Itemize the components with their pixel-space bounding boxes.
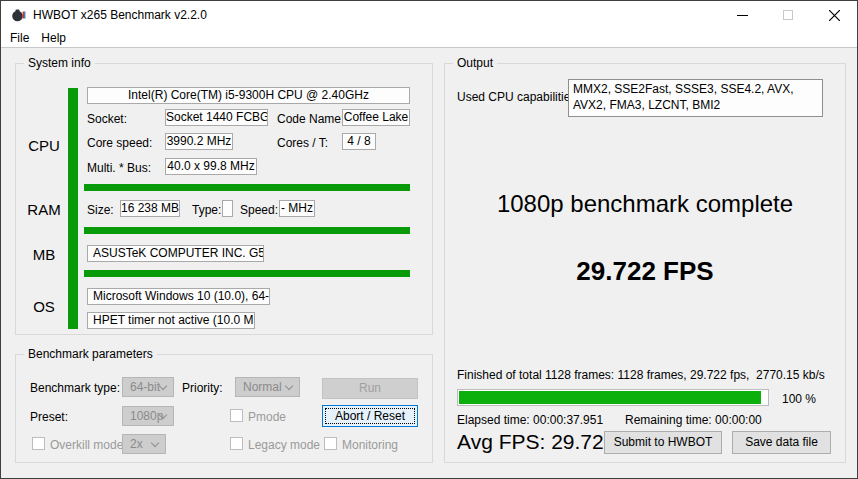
preset-value: 1080p bbox=[130, 409, 163, 423]
benchmark-status-text: 1080p benchmark complete bbox=[445, 190, 845, 218]
chevron-down-icon bbox=[285, 382, 293, 390]
menu-bar: File Help bbox=[1, 29, 857, 48]
ram-type-field bbox=[222, 200, 233, 217]
menu-file[interactable]: File bbox=[4, 31, 35, 45]
progress-percent-label: 100 % bbox=[782, 392, 816, 406]
preset-select[interactable]: 1080p bbox=[122, 406, 174, 426]
progress-bar-fill bbox=[459, 391, 761, 404]
benchmark-type-label: Benchmark type: bbox=[30, 381, 120, 395]
remaining-time-label: Remaining time: 00:00:00 bbox=[625, 413, 762, 427]
menu-help[interactable]: Help bbox=[35, 31, 72, 45]
ram-type-label: Type: bbox=[192, 203, 221, 217]
benchmark-fps-result: 29.722 FPS bbox=[445, 256, 845, 287]
close-icon bbox=[829, 10, 840, 21]
elapsed-time-label: Elapsed time: 00:00:37.951 bbox=[457, 413, 603, 427]
overkill-mode-label: Overkill mode bbox=[50, 438, 123, 452]
ram-speed-field: - MHz bbox=[279, 200, 315, 217]
progress-summary-text: Finished of total 1128 frames: 1128 fram… bbox=[457, 368, 825, 382]
abort-reset-button[interactable]: Abort / Reset bbox=[322, 405, 418, 427]
benchmark-type-value: 64-bit bbox=[130, 380, 160, 394]
progress-bar bbox=[457, 389, 769, 406]
benchmark-parameters-group: Benchmark parameters Benchmark type: 64-… bbox=[15, 354, 433, 463]
minimize-icon bbox=[737, 10, 748, 21]
system-info-group-label: System info bbox=[24, 56, 95, 70]
socket-field: Socket 1440 FCBGA bbox=[165, 109, 268, 126]
cpu-capabilities-label: Used CPU capabilities: bbox=[457, 90, 580, 104]
legacy-mode-label: Legacy mode bbox=[248, 438, 320, 452]
benchmark-type-select[interactable]: 64-bit bbox=[122, 377, 174, 397]
cores-label: Cores / T: bbox=[277, 136, 328, 150]
monitoring-checkbox[interactable] bbox=[324, 437, 337, 450]
ram-section-label: RAM bbox=[22, 201, 66, 218]
priority-value: Normal bbox=[243, 380, 282, 394]
mb-os-divider-bar bbox=[84, 270, 410, 277]
legacy-mode-checkbox[interactable] bbox=[230, 437, 243, 450]
cpu-capabilities-field: MMX2, SSE2Fast, SSSE3, SSE4.2, AVX, AVX2… bbox=[568, 79, 823, 117]
window-title: HWBOT x265 Benchmark v2.2.0 bbox=[33, 8, 207, 22]
app-icon bbox=[10, 7, 26, 23]
os-name-field: Microsoft Windows 10 (10.0), 64-bit bbox=[87, 288, 270, 305]
pmode-checkbox[interactable] bbox=[230, 409, 243, 422]
maximize-icon bbox=[783, 10, 793, 20]
multiplier-field: 40.0 x 99.8 MHz bbox=[165, 158, 257, 175]
overkill-multiplier-select[interactable]: 2x bbox=[122, 434, 166, 454]
avg-fps-label: Avg FPS: 29.722 bbox=[457, 430, 615, 454]
hpet-field: HPET timer not active (10.0 MHz) bbox=[87, 312, 255, 329]
monitoring-label: Monitoring bbox=[342, 438, 398, 452]
overkill-multiplier-value: 2x bbox=[130, 437, 143, 451]
priority-label: Priority: bbox=[182, 381, 223, 395]
os-section-label: OS bbox=[22, 298, 66, 315]
output-group-label: Output bbox=[453, 56, 497, 70]
core-speed-field: 3990.2 MHz bbox=[165, 133, 233, 150]
priority-select[interactable]: Normal bbox=[235, 377, 300, 397]
cores-field: 4 / 8 bbox=[342, 133, 376, 150]
run-button[interactable]: Run bbox=[322, 378, 418, 399]
code-name-field: Coffee Lake bbox=[342, 109, 410, 126]
close-button[interactable] bbox=[811, 1, 857, 29]
socket-label: Socket: bbox=[87, 112, 127, 126]
chevron-down-icon bbox=[151, 439, 159, 447]
system-info-group: System info CPU RAM MB OS Intel(R) Core(… bbox=[15, 63, 433, 335]
motherboard-field: ASUSTeK COMPUTER INC. G531GT bbox=[87, 245, 264, 262]
preset-label: Preset: bbox=[30, 410, 68, 424]
system-info-accent-bar bbox=[68, 88, 78, 329]
multiplier-label: Multi. * Bus: bbox=[87, 161, 151, 175]
cpu-section-label: CPU bbox=[22, 137, 66, 154]
output-group: Output Used CPU capabilities: MMX2, SSE2… bbox=[444, 63, 846, 463]
cpu-ram-divider-bar bbox=[84, 184, 410, 191]
maximize-button[interactable] bbox=[765, 1, 811, 29]
title-bar: HWBOT x265 Benchmark v2.2.0 bbox=[1, 1, 857, 29]
core-speed-label: Core speed: bbox=[87, 136, 152, 150]
mb-section-label: MB bbox=[22, 246, 66, 263]
cpu-name-field: Intel(R) Core(TM) i5-9300H CPU @ 2.40GHz bbox=[87, 87, 410, 104]
pmode-label: Pmode bbox=[248, 410, 286, 424]
save-data-file-button[interactable]: Save data file bbox=[732, 431, 831, 454]
ram-size-label: Size: bbox=[87, 203, 114, 217]
ram-size-field: 16 238 MB bbox=[120, 200, 180, 217]
overkill-mode-checkbox[interactable] bbox=[32, 437, 45, 450]
code-name-label: Code Name: bbox=[277, 112, 344, 126]
minimize-button[interactable] bbox=[719, 1, 765, 29]
ram-speed-label: Speed: bbox=[240, 203, 278, 217]
benchmark-parameters-group-label: Benchmark parameters bbox=[24, 347, 157, 361]
app-window: HWBOT x265 Benchmark v2.2.0 File Help Sy… bbox=[0, 0, 858, 479]
ram-mb-divider-bar bbox=[84, 227, 410, 234]
submit-to-hwbot-button[interactable]: Submit to HWBOT bbox=[604, 431, 722, 454]
